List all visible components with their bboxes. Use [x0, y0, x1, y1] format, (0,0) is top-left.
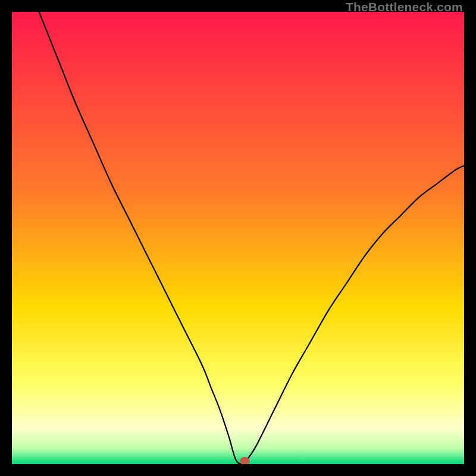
chart-svg — [12, 12, 464, 464]
gradient-background — [12, 12, 464, 464]
chart-frame: TheBottleneck.com — [0, 0, 476, 476]
plot-area — [12, 12, 464, 464]
